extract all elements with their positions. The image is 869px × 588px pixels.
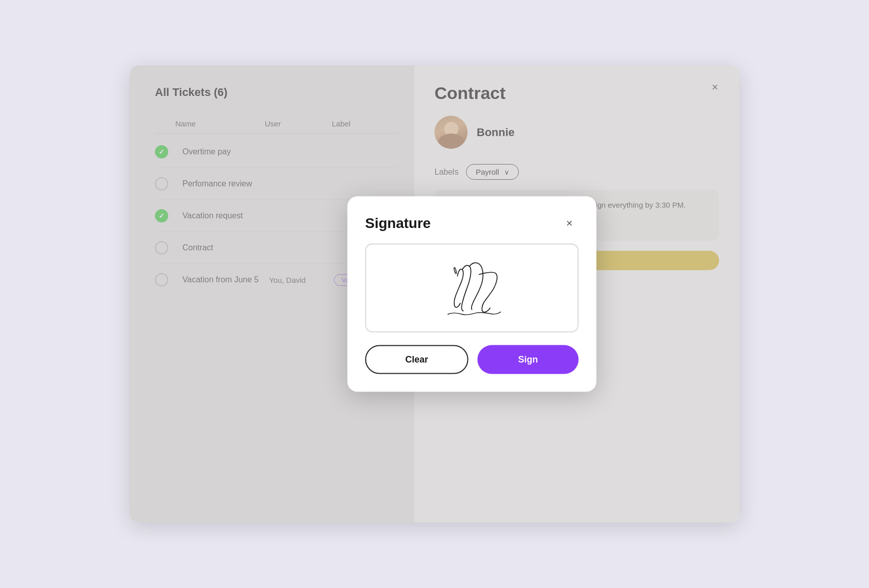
sign-button[interactable]: Sign xyxy=(478,345,579,374)
signature-modal: Signature × Clear Sign xyxy=(348,197,597,392)
modal-title: Signature xyxy=(365,215,431,232)
modal-close-button[interactable]: × xyxy=(561,214,579,233)
signature-canvas[interactable] xyxy=(365,244,579,333)
modal-actions: Clear Sign xyxy=(365,345,579,374)
modal-header: Signature × xyxy=(365,214,579,233)
signature-drawing xyxy=(366,245,578,332)
main-container: All Tickets (6) Name User Label Overtime… xyxy=(130,66,739,522)
clear-button[interactable]: Clear xyxy=(365,345,469,374)
